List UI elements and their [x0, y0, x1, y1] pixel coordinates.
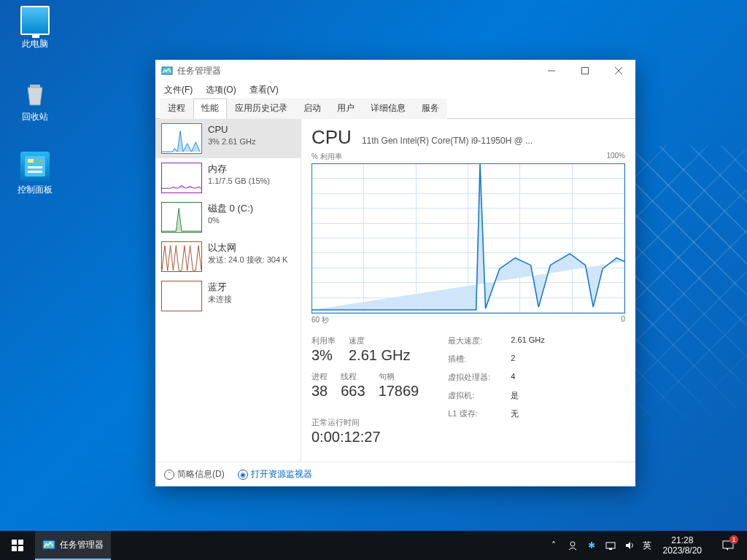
- cpu-mini-chart: [161, 123, 202, 154]
- tab-processes[interactable]: 进程: [160, 98, 193, 119]
- tab-performance[interactable]: 性能: [193, 98, 227, 119]
- taskbar-date: 2023/8/20: [663, 545, 702, 556]
- monitor-icon: [20, 6, 50, 35]
- minimize-button[interactable]: [535, 60, 568, 82]
- desktop-icon-this-pc[interactable]: 此电脑: [7, 6, 63, 50]
- close-button[interactable]: [602, 60, 635, 82]
- sidebar-item-label: 蓝牙: [208, 281, 232, 294]
- sidebar-item-ethernet[interactable]: 以太网发送: 24.0 接收: 304 K: [155, 237, 301, 276]
- notification-badge: 1: [729, 535, 738, 544]
- desktop-icon-label: 控制面板: [7, 184, 63, 196]
- perf-sidebar: CPU3% 2.61 GHz 内存1.1/7.5 GB (15%) 磁盘 0 (…: [155, 119, 301, 462]
- resmon-icon: ◉: [238, 470, 248, 480]
- sidebar-item-cpu[interactable]: CPU3% 2.61 GHz: [155, 119, 301, 158]
- cpu-chart: [311, 163, 625, 314]
- svg-rect-11: [18, 540, 23, 545]
- taskbar-clock[interactable]: 21:28 2023/8/20: [659, 535, 706, 556]
- sidebar-item-label: 磁盘 0 (C:): [208, 202, 253, 215]
- system-tray: ˄ ✱ 英 21:28 2023/8/20 1: [548, 531, 747, 560]
- disk-mini-chart: [161, 202, 202, 233]
- cpu-title: CPU: [311, 126, 352, 149]
- tab-startup[interactable]: 启动: [295, 98, 329, 119]
- svg-rect-12: [12, 546, 17, 551]
- stat-speed: 2.61 GHz: [349, 347, 410, 364]
- tray-network-icon[interactable]: [605, 540, 616, 551]
- tray-ime[interactable]: 英: [643, 540, 651, 551]
- start-button[interactable]: [0, 531, 35, 560]
- svg-rect-2: [36, 159, 42, 163]
- tab-users[interactable]: 用户: [329, 98, 363, 119]
- cpu-model: 11th Gen Intel(R) Core(TM) i9-11950H @ .…: [362, 136, 625, 146]
- tray-volume-icon[interactable]: [624, 540, 635, 551]
- tab-app-history[interactable]: 应用历史记录: [227, 98, 295, 119]
- chart-xright: 0: [621, 315, 625, 325]
- sidebar-item-label: CPU: [208, 123, 255, 136]
- tab-details[interactable]: 详细信息: [363, 98, 414, 119]
- svg-rect-7: [582, 68, 589, 74]
- menubar: 文件(F) 选项(O) 查看(V): [155, 82, 635, 98]
- svg-rect-17: [609, 548, 612, 550]
- perf-main: CPU 11th Gen Intel(R) Core(TM) i9-11950H…: [301, 119, 635, 462]
- taskbar-time: 21:28: [663, 535, 702, 545]
- windows-icon: [12, 540, 23, 551]
- task-manager-icon: [42, 538, 55, 551]
- stat-utilization: 3%: [311, 347, 336, 364]
- taskbar: 任务管理器 ˄ ✱ 英 21:28 2023/8/20 1: [0, 531, 747, 560]
- stat-uptime: 0:00:12:27: [311, 429, 419, 446]
- window-title: 任务管理器: [177, 65, 221, 77]
- control-panel-icon: [20, 152, 50, 181]
- svg-rect-16: [606, 542, 615, 548]
- window-footer: ˄简略信息(D) ◉打开资源监视器: [155, 462, 635, 486]
- notification-center[interactable]: 1: [713, 531, 743, 560]
- sidebar-item-label: 以太网: [208, 241, 287, 254]
- tray-chevron-up-icon[interactable]: ˄: [548, 540, 560, 551]
- svg-rect-1: [28, 159, 34, 163]
- svg-rect-13: [18, 546, 23, 551]
- tray-bluetooth-icon[interactable]: ✱: [586, 540, 597, 551]
- titlebar[interactable]: 任务管理器: [155, 60, 635, 82]
- svg-rect-10: [12, 540, 17, 545]
- stat-virtualproc: 4: [511, 372, 515, 383]
- task-manager-icon: [161, 65, 173, 77]
- stat-handles: 17869: [379, 383, 419, 400]
- ethernet-mini-chart: [161, 241, 202, 272]
- tab-services[interactable]: 服务: [414, 98, 447, 119]
- stat-vm: 是: [511, 390, 519, 401]
- stat-threads: 663: [341, 383, 365, 400]
- memory-mini-chart: [161, 163, 202, 193]
- chart-xleft: 60 秒: [311, 315, 329, 325]
- maximize-button[interactable]: [568, 60, 602, 82]
- stat-maxspeed: 2.61 GHz: [511, 335, 544, 346]
- sidebar-item-bluetooth[interactable]: 蓝牙未连接: [155, 276, 301, 316]
- chart-ymax: 100%: [606, 152, 625, 162]
- task-manager-window: 任务管理器 文件(F) 选项(O) 查看(V) 进程 性能 应用历史记录 启动 …: [155, 60, 635, 486]
- menu-view[interactable]: 查看(V): [245, 82, 283, 98]
- recycle-bin-icon: [20, 79, 50, 108]
- chevron-up-icon: ˄: [164, 470, 174, 480]
- sidebar-item-disk[interactable]: 磁盘 0 (C:)0%: [155, 198, 301, 237]
- desktop-icon-recycle-bin[interactable]: 回收站: [7, 79, 63, 123]
- sidebar-item-memory[interactable]: 内存1.1/7.5 GB (15%): [155, 158, 301, 198]
- menu-options[interactable]: 选项(O): [201, 82, 240, 98]
- bluetooth-mini-chart: [161, 281, 202, 311]
- desktop-icon-label: 回收站: [7, 111, 63, 123]
- open-resmon-link[interactable]: ◉打开资源监视器: [238, 468, 312, 481]
- chart-ylabel: % 利用率: [311, 152, 342, 162]
- desktop-icon-control-panel[interactable]: 控制面板: [7, 152, 63, 196]
- fewer-details-link[interactable]: ˄简略信息(D): [164, 468, 225, 481]
- menu-file[interactable]: 文件(F): [160, 82, 197, 98]
- tabs: 进程 性能 应用历史记录 启动 用户 详细信息 服务: [155, 98, 635, 119]
- taskbar-item-label: 任务管理器: [60, 539, 104, 551]
- svg-point-15: [570, 542, 575, 546]
- stat-sockets: 2: [511, 354, 515, 365]
- taskbar-item-task-manager[interactable]: 任务管理器: [35, 531, 111, 560]
- svg-rect-3: [28, 166, 42, 168]
- tray-people-icon[interactable]: [567, 540, 578, 551]
- sidebar-item-label: 内存: [208, 163, 270, 176]
- desktop-icon-label: 此电脑: [7, 38, 63, 50]
- stat-processes: 38: [311, 383, 328, 400]
- stat-l1cache: 无: [511, 408, 519, 419]
- svg-rect-4: [28, 171, 42, 173]
